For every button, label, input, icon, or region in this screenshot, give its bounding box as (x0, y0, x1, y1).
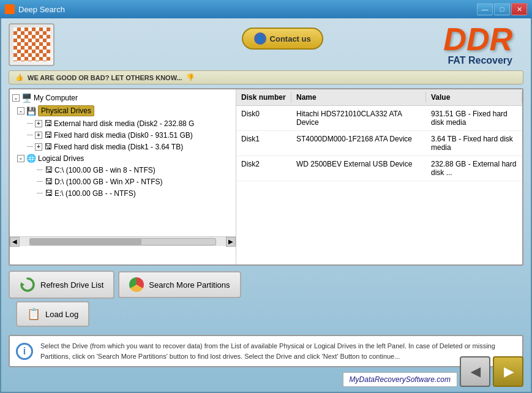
table-row[interactable]: Disk0 Hitachi HDS721010CLA332 ATA Device… (236, 106, 522, 131)
search-partitions-button[interactable]: Search More Partitions (118, 271, 241, 298)
disk1-label: Fixed hard disk media (Disk1 - 3.64 TB) (54, 143, 183, 151)
logo-box (9, 23, 54, 66)
e-drive-icon: 🖫 (45, 189, 53, 198)
cell-disk2: Disk2 (236, 159, 291, 178)
logical-icon: 🌐 (26, 154, 36, 163)
title-bar-left: Deep Search (5, 4, 65, 14)
h-line-2 (27, 135, 33, 135)
tree-item-e-drive[interactable]: 🖫 E:\ (100.00 GB - - NTFS) (12, 187, 233, 199)
pie-icon (129, 277, 144, 292)
table-row[interactable]: Disk2 WD 2500BEV External USB Device 232… (236, 156, 522, 181)
thumbs-icon: 👍 (15, 73, 24, 81)
expand-icon-logical[interactable]: - (17, 155, 24, 162)
tree-item-disk0[interactable]: + 🖫 Fixed hard disk media (Disk0 - 931.5… (12, 129, 233, 141)
refresh-icon (20, 277, 36, 293)
logical-drives-label: Logical Drives (38, 154, 84, 163)
back-button[interactable]: ◀ (460, 356, 490, 387)
load-log-button[interactable]: 📋 Load Log (16, 301, 89, 327)
cell-value2: 232.88 GB - External hard disk ... (426, 159, 522, 178)
fat-recovery-text: FAT Recovery (443, 55, 512, 66)
status-text: Select the Drive (from which you want to… (40, 341, 498, 361)
status-bar: i Select the Drive (from which you want … (9, 335, 523, 367)
ddr-logo: DDR FAT Recovery (443, 23, 512, 66)
c-drive-label: C:\ (100.00 GB - win 8 - NTFS) (54, 166, 155, 174)
disk0-icon: 🖫 (44, 130, 52, 140)
main-window: 👤 Contact us DDR FAT Recovery 👍 WE ARE G… (0, 18, 532, 393)
website-text: MyDataRecoverySoftware.com (350, 375, 451, 384)
website-badge: MyDataRecoverySoftware.com (343, 372, 457, 387)
tree-item-disk2[interactable]: + 🖫 External hard disk media (Disk2 - 23… (12, 118, 233, 129)
app-icon (5, 4, 15, 14)
contact-button[interactable]: 👤 Contact us (242, 28, 323, 50)
feedback-text: WE ARE GOOD OR BAD? LET OTHERS KNOW... (28, 74, 182, 81)
load-log-row: 📋 Load Log (9, 301, 523, 327)
right-panel: Disk number Name Value Disk0 Hitachi HDS… (236, 89, 522, 264)
horizontal-scrollbar[interactable]: ◀ ▶ (10, 236, 236, 246)
title-bar: Deep Search — □ ✕ (0, 0, 532, 18)
load-log-label: Load Log (45, 310, 78, 319)
physical-drives-label: Physical Drives (38, 105, 94, 116)
tree-item-physical-drives[interactable]: - 💾 Physical Drives (12, 104, 233, 118)
h-line-3 (27, 146, 33, 147)
action-button-row: Refresh Drive List Search More Partition… (9, 271, 523, 299)
thumbs-down-icon: 👎 (186, 73, 195, 81)
cell-value0: 931.51 GB - Fixed hard disk media (426, 108, 522, 128)
table-header: Disk number Name Value (236, 89, 522, 106)
minimize-button[interactable]: — (477, 3, 493, 15)
e-drive-label: E:\ (100.00 GB - - NTFS) (54, 189, 136, 198)
my-computer-label: My Computer (34, 94, 78, 102)
computer-icon: 🖥️ (21, 93, 32, 103)
expand-icon-physical[interactable]: - (17, 107, 24, 114)
h-line-d (37, 181, 43, 182)
log-icon: 📋 (27, 307, 40, 321)
nav-buttons: ◀ ▶ (460, 356, 523, 387)
close-button[interactable]: ✕ (511, 3, 527, 15)
header-area: 👤 Contact us DDR FAT Recovery (1, 18, 531, 70)
tree-item-logical-drives[interactable]: - 🌐 Logical Drives (12, 152, 233, 164)
cell-value1: 3.64 TB - Fixed hard disk media (426, 133, 522, 153)
scroll-right-arrow[interactable]: ▶ (226, 237, 236, 247)
contact-icon: 👤 (254, 32, 266, 45)
disk2-icon: 🖫 (44, 119, 52, 128)
info-icon: i (16, 343, 33, 360)
disk1-icon: 🖫 (44, 142, 52, 151)
tree-item-c-drive[interactable]: 🖫 C:\ (100.00 GB - win 8 - NTFS) (12, 164, 233, 176)
d-drive-label: D:\ (100.00 GB - Win XP - NTFS) (54, 178, 162, 186)
header-disk-number: Disk number (236, 92, 291, 103)
tree-item-disk1[interactable]: + 🖫 Fixed hard disk media (Disk1 - 3.64 … (12, 141, 233, 152)
contact-label: Contact us (270, 34, 311, 43)
c-drive-icon: 🖫 (45, 165, 53, 174)
h-line-1 (27, 123, 33, 124)
expand-icon-disk2[interactable]: + (35, 120, 42, 127)
disk2-label: External hard disk media (Disk2 - 232.88… (54, 119, 194, 128)
feedback-banner: 👍 WE ARE GOOD OR BAD? LET OTHERS KNOW...… (9, 70, 523, 84)
disk0-label: Fixed hard disk media (Disk0 - 931.51 GB… (54, 131, 193, 140)
title-bar-controls[interactable]: — □ ✕ (477, 3, 527, 15)
expand-icon-disk1[interactable]: + (35, 143, 42, 151)
maximize-button[interactable]: □ (494, 3, 510, 15)
header-value: Value (426, 92, 522, 103)
d-drive-icon: 🖫 (45, 177, 53, 186)
cell-name0: Hitachi HDS721010CLA332 ATA Device (291, 108, 426, 128)
cell-disk1: Disk1 (236, 133, 291, 153)
refresh-label: Refresh Drive List (40, 280, 103, 290)
ddr-text: DDR (443, 23, 512, 55)
tree-item-my-computer[interactable]: - 🖥️ My Computer (12, 92, 233, 104)
h-line-e (37, 193, 43, 193)
scroll-thumb[interactable] (30, 239, 141, 245)
table-row[interactable]: Disk1 ST4000DM000-1F2168 ATA Device 3.64… (236, 131, 522, 156)
left-panel: - 🖥️ My Computer - 💾 Physical Drives + 🖫… (10, 89, 236, 264)
refresh-drive-list-button[interactable]: Refresh Drive List (9, 271, 114, 299)
tree-scroll[interactable]: - 🖥️ My Computer - 💾 Physical Drives + 🖫… (10, 89, 236, 236)
scroll-left-arrow[interactable]: ◀ (10, 237, 20, 247)
logo-checkerboard (13, 28, 50, 61)
cell-name1: ST4000DM000-1F2168 ATA Device (291, 133, 426, 153)
h-line-c (37, 170, 43, 170)
next-button[interactable]: ▶ (493, 356, 523, 387)
expand-icon-computer[interactable]: - (12, 94, 20, 102)
tree-item-d-drive[interactable]: 🖫 D:\ (100.00 GB - Win XP - NTFS) (12, 176, 233, 187)
expand-icon-disk0[interactable]: + (35, 132, 42, 139)
header-name: Name (291, 92, 426, 103)
scroll-track[interactable] (29, 238, 216, 245)
window-title: Deep Search (18, 5, 65, 14)
